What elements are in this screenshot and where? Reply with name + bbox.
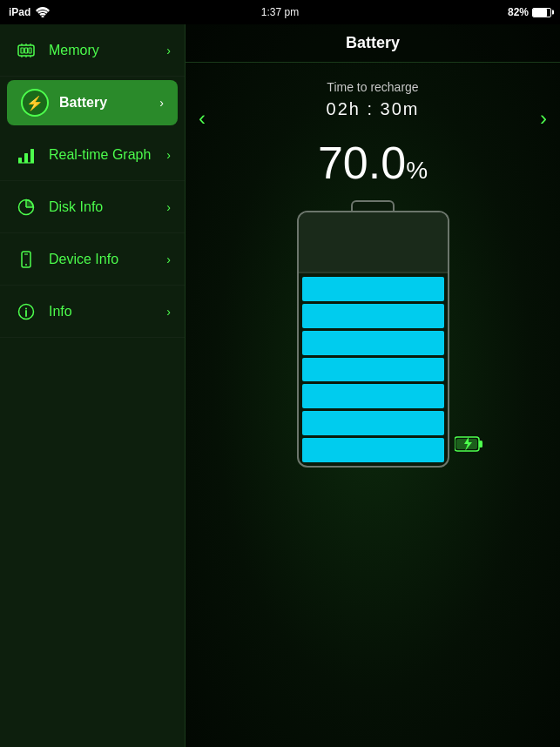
status-bar: iPad 1:37 pm 82% xyxy=(0,0,560,24)
sidebar-item-disk[interactable]: Disk Info › xyxy=(0,181,185,233)
sidebar-label-info: Info xyxy=(49,304,156,320)
battery-visual-container xyxy=(297,211,449,468)
battery-bar-2 xyxy=(302,304,444,328)
battery-status-icon xyxy=(532,8,551,17)
sidebar-item-battery[interactable]: ⚡ Battery › xyxy=(7,80,178,125)
device-name: iPad xyxy=(9,6,30,18)
sidebar-label-memory: Memory xyxy=(49,43,156,58)
chevron-device: › xyxy=(166,252,171,266)
svg-rect-3 xyxy=(25,48,28,53)
chevron-battery: › xyxy=(159,96,164,110)
svg-rect-2 xyxy=(21,48,24,53)
time-to-recharge-value: 02h : 30m xyxy=(327,99,420,119)
chevron-memory: › xyxy=(166,44,171,57)
charging-indicator xyxy=(455,434,486,457)
svg-rect-13 xyxy=(30,149,34,163)
svg-rect-4 xyxy=(29,48,31,53)
status-time: 1:37 pm xyxy=(261,6,299,18)
status-right: 82% xyxy=(508,6,551,18)
svg-point-20 xyxy=(25,307,27,309)
content-area: Battery ‹ › Time to recharge 02h : 30m 7… xyxy=(186,24,560,747)
sidebar-item-memory[interactable]: Memory › xyxy=(0,24,185,77)
svg-rect-23 xyxy=(479,441,482,448)
battery-bar-3 xyxy=(302,331,444,355)
svg-rect-12 xyxy=(24,153,28,163)
sidebar-item-realtime[interactable]: Real-time Graph › xyxy=(0,129,185,181)
device-icon xyxy=(14,247,38,272)
battery-terminal xyxy=(351,200,395,211)
disk-icon xyxy=(14,195,38,219)
battery-content: ‹ › Time to recharge 02h : 30m 70.0% xyxy=(186,63,560,747)
battery-bar-1 xyxy=(302,277,444,301)
battery-icon: ⚡ xyxy=(21,89,49,117)
battery-bar-4 xyxy=(302,358,444,382)
time-to-recharge-label: Time to recharge xyxy=(327,80,418,94)
memory-icon xyxy=(14,38,38,63)
sidebar-label-disk: Disk Info xyxy=(49,199,156,215)
battery-bar-5 xyxy=(302,384,444,408)
status-left: iPad xyxy=(9,6,50,18)
chevron-info: › xyxy=(166,305,171,319)
sidebar-label-device: Device Info xyxy=(49,252,156,267)
battery-bar-7 xyxy=(302,438,444,462)
realtime-icon xyxy=(14,143,38,167)
chevron-disk: › xyxy=(166,200,171,214)
svg-point-18 xyxy=(25,264,27,266)
battery-percent-text: 82% xyxy=(508,6,529,18)
content-title: Battery xyxy=(346,34,400,52)
sidebar-label-realtime: Real-time Graph xyxy=(49,147,156,163)
sidebar-item-device[interactable]: Device Info › xyxy=(0,233,185,286)
sidebar-item-info[interactable]: Info › xyxy=(0,286,185,338)
wifi-icon xyxy=(36,7,50,17)
nav-right-arrow[interactable]: › xyxy=(540,106,547,131)
battery-bar-6 xyxy=(302,411,444,435)
sidebar: Memory › ⚡ Battery › Real-time Graph › xyxy=(0,24,186,747)
main-layout: Memory › ⚡ Battery › Real-time Graph › xyxy=(0,24,560,747)
battery-empty-top xyxy=(299,212,448,272)
battery-visual xyxy=(297,211,449,468)
chevron-realtime: › xyxy=(166,148,171,162)
battery-percentage-number: 70.0% xyxy=(318,137,428,189)
battery-bars xyxy=(299,273,448,466)
content-header: Battery xyxy=(186,24,560,63)
svg-rect-11 xyxy=(18,158,22,163)
svg-point-0 xyxy=(42,16,44,18)
sidebar-label-battery: Battery xyxy=(59,95,149,111)
nav-left-arrow[interactable]: ‹ xyxy=(199,106,206,131)
info-icon xyxy=(14,299,38,324)
